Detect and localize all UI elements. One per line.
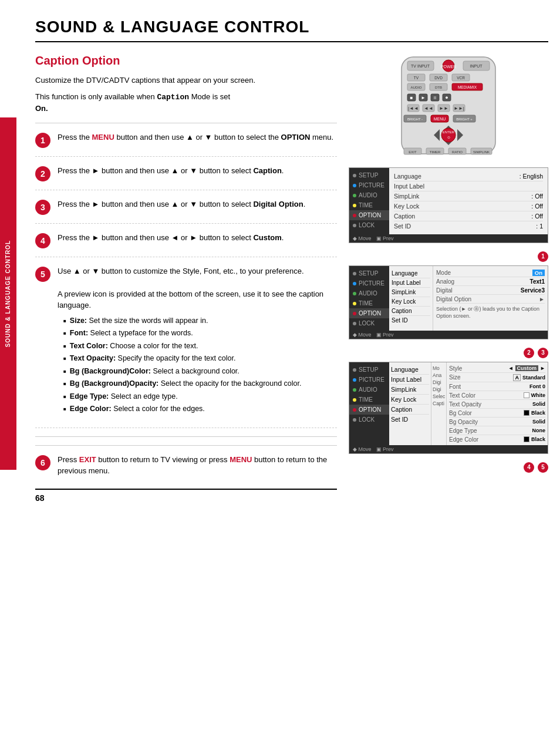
svg-text:►►|: ►►| (454, 106, 464, 111)
bullet-bg-opacity: Bg (Background)Opacity: Select the opaci… (63, 379, 337, 389)
m3-input: Input Label (391, 375, 429, 385)
step-number-5: 5 (35, 267, 50, 282)
svg-text:VCR: VCR (457, 76, 465, 80)
svg-text:MENU: MENU (434, 117, 446, 121)
menu-screenshot-3: SETUP PICTURE AUDIO TIME (349, 362, 548, 454)
sub-digital: Digital Service3 (436, 286, 545, 295)
step-4-text: Press the ► button and then use ◄ or ► b… (58, 232, 284, 244)
menu-footer-3: ◆ Move ▣ Prev (349, 445, 548, 453)
menu-row-simplink: SimpLink : Off (394, 191, 543, 201)
sidebar-option-active: OPTION (349, 210, 389, 220)
sub3-bgcolor: Bg Color Black (449, 409, 545, 418)
sidebar-time: TIME (349, 200, 389, 210)
m2-setid: Set ID (392, 316, 430, 325)
section-title: Caption Option (35, 54, 337, 68)
step-3-text: Press the ► button and then use ▲ or ▼ b… (58, 198, 305, 210)
step-4: 4 Press the ► button and then use ◄ or ►… (35, 232, 337, 257)
sub3-font: Font Font 0 (449, 382, 545, 391)
svg-text:AUDIO: AUDIO (410, 86, 421, 89)
step-indicator-45: 4 5 (349, 462, 548, 473)
menu-sidebar-2: SETUP PICTURE AUDIO TIME (349, 266, 389, 331)
dot2-lock (353, 322, 356, 325)
sidebar3-lock: LOCK (349, 415, 389, 425)
step-6: 6 Press EXIT button to return to TV view… (35, 445, 337, 477)
m2-caption: Caption (392, 307, 430, 316)
divider-bottom (35, 436, 337, 437)
step-indicator-23: 2 3 (349, 348, 548, 358)
page-title: SOUND & LANGUAGE CONTROL (35, 18, 548, 42)
dot3-time (353, 398, 356, 402)
menu-row-input-label: Input Label (394, 181, 543, 191)
dot2-option (353, 312, 356, 315)
step-6-text: Press EXIT button to return to TV viewin… (58, 454, 337, 477)
m3-caption: Caption (391, 405, 429, 415)
bullet-text-color: Text Color: Choose a color for the text. (63, 341, 337, 352)
dot-audio (353, 194, 356, 197)
sub3-textopacity: Text Opacity Solid (449, 400, 545, 409)
menu-sidebar-1: SETUP PICTURE AUDIO TIME (349, 168, 389, 234)
step-number-6: 6 (35, 455, 50, 470)
menu-inner-1: SETUP PICTURE AUDIO TIME (349, 168, 548, 234)
dot3-audio (353, 388, 356, 392)
bullet-size: Size: Set the size the words will appear… (63, 316, 337, 327)
svg-text:■: ■ (410, 95, 413, 100)
menu-row-keylock: Key Lock : Off (394, 201, 543, 211)
menu-main-3-left: Language Input Label SimpLink Key Lock C… (389, 362, 431, 445)
step-2-text: Press the ► button and then use ▲ or ▼ b… (58, 165, 284, 177)
svg-text:RATIO: RATIO (452, 150, 463, 154)
side-tab-text: SOUND & LANGUAGE CONTROL (5, 240, 12, 347)
svg-text:TV: TV (414, 76, 419, 80)
step-number-3: 3 (35, 200, 50, 215)
color-box-black (524, 410, 529, 416)
m2-input-label: Input Label (392, 278, 430, 288)
menu-footer-1: ◆ Move ▣ Prev (349, 234, 548, 243)
step-5-text: Use ▲ or ▼ button to customize the Style… (58, 265, 337, 419)
svg-text:|◄◄: |◄◄ (408, 106, 419, 111)
sidebar-audio: AUDIO (349, 190, 389, 200)
sidebar3-time: TIME (349, 395, 389, 405)
menu-sub-panel: Style ◄ Custom ► Size AStandard Font Fon… (447, 362, 548, 445)
sidebar2-time: TIME (349, 298, 389, 308)
svg-text:TIMER: TIMER (430, 150, 441, 154)
step-1-text: Press the MENU button and then use ▲ or … (58, 132, 333, 143)
dot-picture (353, 184, 356, 187)
step-3: 3 Press the ► button and then use ▲ or ▼… (35, 198, 337, 224)
svg-text:POWER: POWER (441, 65, 456, 69)
menu-main-2-outer: Language Input Label SimpLink Key Lock C… (389, 266, 548, 331)
dot-option (353, 214, 356, 217)
m2-keylock: Key Lock (392, 297, 430, 307)
svg-text:MEDIAMIX: MEDIAMIX (458, 85, 477, 89)
sub3-size: Size AStandard (449, 373, 545, 382)
caption-mono: Caption (157, 93, 189, 102)
menu-main-1: Language : English Input Label SimpLink … (389, 168, 548, 234)
dot3-setup (353, 368, 356, 372)
divider-top (35, 123, 337, 123)
menu-screenshot-2: SETUP PICTURE AUDIO TIME (349, 265, 548, 339)
svg-text:DTB: DTB (435, 86, 442, 89)
step-number-2: 2 (35, 166, 50, 181)
sidebar2-lock: LOCK (349, 318, 389, 328)
bullet-edge-type: Edge Type: Select an edge type. (63, 392, 337, 402)
svg-text:TV INPUT: TV INPUT (411, 64, 430, 68)
intro-on: On. (35, 104, 48, 113)
dot-setup (353, 174, 356, 177)
step-2: 2 Press the ► button and then use ▲ or ▼… (35, 165, 337, 190)
svg-text:⊙: ⊙ (447, 136, 450, 139)
sidebar-setup: SETUP (349, 170, 389, 180)
dot2-time (353, 302, 356, 305)
circle-2: 2 (524, 348, 534, 358)
sub3-bgopacity: Bg Opacity Solid (449, 418, 545, 426)
menu-sidebar-3: SETUP PICTURE AUDIO TIME (349, 362, 389, 445)
svg-text:BRIGHT -: BRIGHT - (407, 117, 423, 121)
color-box-white (524, 392, 529, 398)
color-box-edge (524, 436, 529, 442)
svg-text:►►: ►► (439, 106, 448, 111)
m2-simplink: SimpLink (392, 288, 430, 297)
right-column: TV INPUT POWER INPUT TV DVD VCR (349, 54, 548, 503)
svg-text:◄◄: ◄◄ (424, 106, 433, 111)
option-keyword: OPTION (281, 133, 311, 142)
menu-abbrev-col: Mo Ana Digi Digi Selec Capti (431, 362, 447, 445)
two-col-layout: Caption Option Customize the DTV/CADTV c… (35, 54, 548, 503)
intro-line2: This function is only available when Cap… (35, 91, 337, 115)
step-indicator-1: 1 (349, 251, 548, 262)
